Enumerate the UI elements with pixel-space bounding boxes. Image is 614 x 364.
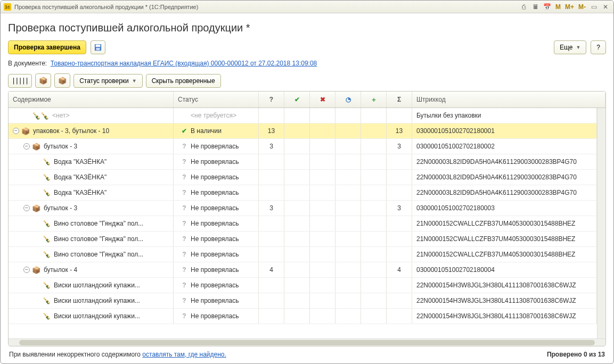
memory-m-button[interactable]: M xyxy=(554,3,562,11)
col-header-pending[interactable]: ◔ xyxy=(335,92,361,107)
table-row[interactable]: 🍾Виски шотландский купажи...?Не проверял… xyxy=(9,309,597,324)
row-qty-reject xyxy=(310,139,335,154)
row-barcode: 21N0000152CWALLCZFB37UM40530003015488BHE… xyxy=(412,216,597,231)
table-row[interactable]: 🍾🍾<нет><не требуется>Бутылки без упаковк… xyxy=(9,108,597,123)
document-reference-link[interactable]: Товарно-транспортная накладная ЕГАИС (вх… xyxy=(51,60,317,67)
row-qty-pending xyxy=(335,231,361,246)
items-table: Содержимое Статус ? ✔ ✖ ◔ ＋ Σ Штрихкод 🍾… xyxy=(8,91,606,346)
hide-checked-button[interactable]: Скрыть проверенные xyxy=(146,74,221,88)
row-status: Не проверялась xyxy=(191,235,239,243)
row-barcode: 22N0000154H3W8JGL3H380L41113087001638C6W… xyxy=(412,309,597,324)
tree-toggle[interactable]: − xyxy=(13,128,19,134)
svg-rect-1 xyxy=(95,45,100,47)
row-qty-reject xyxy=(310,185,335,200)
row-qty-ok xyxy=(284,154,310,169)
row-qty-extra xyxy=(361,201,387,216)
col-header-question[interactable]: ? xyxy=(259,92,284,107)
row-barcode: 0300001051002702180004 xyxy=(412,262,597,277)
status-unknown-icon: ? xyxy=(182,312,186,320)
row-status: Не проверялась xyxy=(191,297,239,304)
col-header-barcode[interactable]: Штрихкод xyxy=(412,92,605,107)
row-status: Не проверялась xyxy=(191,173,239,181)
row-status: Не проверялась xyxy=(191,158,239,166)
col-header-extra[interactable]: ＋ xyxy=(361,92,387,107)
more-button[interactable]: Еще▼ xyxy=(554,40,586,54)
table-body[interactable]: 🍾🍾<нет><не требуется>Бутылки без упаковк… xyxy=(9,108,597,338)
close-icon[interactable]: ✕ xyxy=(601,3,610,11)
box-icon: 📦 xyxy=(32,143,40,151)
table-row[interactable]: 🍾Водка "КАЗЁНКА"?Не проверялась22N000003… xyxy=(9,154,597,170)
row-qty-reject xyxy=(310,293,335,308)
box-barcode-button[interactable]: 📦 xyxy=(54,73,70,88)
row-status: В наличии xyxy=(191,127,222,135)
row-qty-extra xyxy=(361,278,387,293)
table-row[interactable]: −📦бутылок - 4?Не проверялась440300001051… xyxy=(9,262,597,278)
row-qty-reject xyxy=(310,170,335,185)
row-barcode: 22N000003L82ID9DA5H0A4K61129003000283BP4… xyxy=(412,154,597,169)
table-row[interactable]: 🍾Вино столовое "Гянджа" пол...?Не провер… xyxy=(9,247,597,262)
row-qty-sum: 4 xyxy=(387,262,412,277)
add-box-button[interactable]: 📦 xyxy=(35,73,51,88)
table-row[interactable]: 🍾Вино столовое "Гянджа" пол...?Не провер… xyxy=(9,231,597,247)
row-qty-pending xyxy=(335,123,361,138)
tree-toggle[interactable]: − xyxy=(23,267,30,273)
row-qty-reject xyxy=(310,123,335,138)
minimize-icon[interactable]: ▭ xyxy=(589,3,599,11)
row-qty-reject xyxy=(310,108,335,123)
row-label: Вино столовое "Гянджа" пол... xyxy=(54,235,143,243)
row-qty-question xyxy=(259,185,284,200)
bottle-icon: 🍾 xyxy=(43,297,51,304)
footer-note-link[interactable]: оставлять там, где найдено. xyxy=(142,351,226,358)
bottle-icon: 🍾 xyxy=(43,251,51,258)
memory-mplus-button[interactable]: M+ xyxy=(564,3,575,11)
save-button[interactable] xyxy=(91,40,105,54)
table-row[interactable]: −📦бутылок - 3?Не проверялась330300001051… xyxy=(9,201,597,216)
bottles-icon: 🍾🍾 xyxy=(32,112,49,120)
bottle-icon: 🍾 xyxy=(43,235,51,243)
row-qty-sum xyxy=(387,216,412,231)
table-row[interactable]: 🍾Виски шотландский купажи...?Не проверял… xyxy=(9,278,597,293)
status-unknown-icon: ? xyxy=(182,282,186,289)
row-qty-sum xyxy=(387,185,412,200)
print-icon[interactable]: ⎙ xyxy=(519,3,529,11)
row-status: Не проверялась xyxy=(191,220,239,227)
row-qty-pending xyxy=(335,216,361,231)
table-row[interactable]: 🍾Водка "КАЗЁНКА"?Не проверялась22N000003… xyxy=(9,185,597,201)
check-icon: ✔ xyxy=(294,96,300,103)
bottle-icon: 🍾 xyxy=(43,282,51,289)
table-row[interactable]: −📦упаковок - 3, бутылок - 10✔В наличии13… xyxy=(9,123,597,139)
row-qty-ok xyxy=(284,293,310,308)
save-icon[interactable]: 🖩 xyxy=(531,3,541,11)
row-qty-extra xyxy=(361,139,387,154)
row-qty-ok xyxy=(284,216,310,231)
row-label: бутылок - 3 xyxy=(44,143,77,150)
col-header-status[interactable]: Статус xyxy=(174,92,259,107)
help-button[interactable]: ? xyxy=(591,40,606,54)
col-header-reject[interactable]: ✖ xyxy=(310,92,335,107)
vertical-scrollbar[interactable] xyxy=(597,108,605,338)
col-header-check[interactable]: ✔ xyxy=(284,92,310,107)
horizontal-scrollbar[interactable] xyxy=(9,338,605,346)
status-filter-button[interactable]: Статус проверки▼ xyxy=(73,74,143,88)
calendar-icon[interactable]: 📅 xyxy=(543,3,552,11)
check-done-button[interactable]: Проверка завершена xyxy=(8,40,86,54)
col-header-sum[interactable]: Σ xyxy=(387,92,412,107)
status-unknown-icon: ? xyxy=(182,220,186,227)
row-qty-question: 13 xyxy=(259,123,284,138)
row-qty-pending xyxy=(335,201,361,216)
row-qty-pending xyxy=(335,278,361,293)
memory-mminus-button[interactable]: M- xyxy=(577,3,587,11)
row-qty-sum xyxy=(387,293,412,308)
col-header-content[interactable]: Содержимое xyxy=(9,92,174,107)
row-label: упаковок - 3, бутылок - 10 xyxy=(33,127,109,135)
table-row[interactable]: 🍾Вино столовое "Гянджа" пол...?Не провер… xyxy=(9,216,597,231)
scan-barcode-button[interactable]: ||||| xyxy=(8,74,32,88)
tree-toggle[interactable]: − xyxy=(23,143,30,150)
tree-toggle[interactable]: − xyxy=(23,205,30,211)
table-row[interactable]: 🍾Водка "КАЗЁНКА"?Не проверялась22N000003… xyxy=(9,170,597,185)
row-status: <не требуется> xyxy=(191,112,236,119)
box-barcode-icon: 📦 xyxy=(58,77,67,85)
table-row[interactable]: 🍾Виски шотландский купажи...?Не проверял… xyxy=(9,293,597,309)
row-qty-sum xyxy=(387,170,412,185)
table-row[interactable]: −📦бутылок - 3?Не проверялась330300001051… xyxy=(9,139,597,154)
